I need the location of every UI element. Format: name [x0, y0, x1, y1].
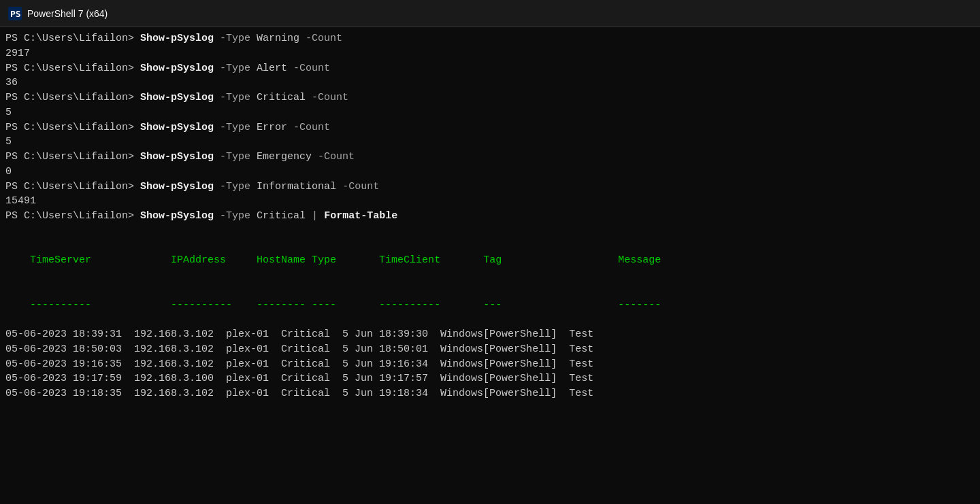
- table-spacer: [5, 224, 975, 239]
- table-row: 05-06-2023 19:16:35 192.168.3.102 plex-0…: [5, 357, 975, 372]
- command-line-7: PS C:\Users\Lifailon> Show-pSyslog -Type…: [5, 209, 975, 224]
- output-1: 2917: [5, 46, 975, 61]
- output-4: 5: [5, 135, 975, 150]
- table-row: 05-06-2023 19:17:59 192.168.3.100 plex-0…: [5, 371, 975, 386]
- table-row: 05-06-2023 18:39:31 192.168.3.102 plex-0…: [5, 327, 975, 342]
- terminal-output[interactable]: PS C:\Users\Lifailon> Show-pSyslog -Type…: [0, 27, 980, 504]
- output-3: 5: [5, 105, 975, 120]
- command-line-6: PS C:\Users\Lifailon> Show-pSyslog -Type…: [5, 180, 975, 195]
- output-2: 36: [5, 75, 975, 90]
- command-line-5: PS C:\Users\Lifailon> Show-pSyslog -Type…: [5, 150, 975, 165]
- svg-text:PS: PS: [10, 9, 21, 19]
- table-row: 05-06-2023 18:50:03 192.168.3.102 plex-0…: [5, 342, 975, 357]
- table-row: 05-06-2023 19:18:35 192.168.3.102 plex-0…: [5, 386, 975, 401]
- command-line-3: PS C:\Users\Lifailon> Show-pSyslog -Type…: [5, 90, 975, 105]
- window-title: PowerShell 7 (x64): [27, 8, 108, 19]
- output-5: 0: [5, 165, 975, 180]
- command-line-1: PS C:\Users\Lifailon> Show-pSyslog -Type…: [5, 31, 975, 46]
- powershell-icon: PS: [8, 7, 22, 20]
- command-line-4: PS C:\Users\Lifailon> Show-pSyslog -Type…: [5, 120, 975, 135]
- table-header-row: TimeServer IPAddress HostName Type TimeC…: [5, 239, 975, 283]
- output-6: 15491: [5, 194, 975, 209]
- table-separator-row: ---------- ---------- -------- ---- ----…: [5, 283, 975, 327]
- titlebar: PS PowerShell 7 (x64): [0, 0, 980, 27]
- command-line-2: PS C:\Users\Lifailon> Show-pSyslog -Type…: [5, 61, 975, 76]
